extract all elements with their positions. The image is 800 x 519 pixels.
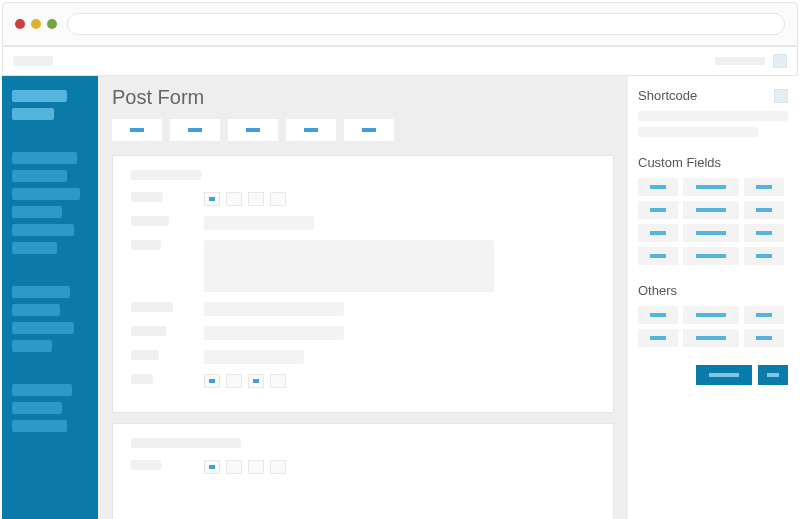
field-label [131,350,159,360]
tab[interactable] [344,119,394,141]
toggle-option[interactable] [226,460,242,474]
tab[interactable] [228,119,278,141]
text-input[interactable] [204,302,344,316]
tab[interactable] [286,119,336,141]
url-bar[interactable] [67,13,785,35]
toggle-group [204,192,595,206]
panel-title-placeholder [131,438,241,448]
field-chip[interactable] [744,247,784,265]
page-title: Post Form [112,86,614,109]
toggle-option[interactable] [248,460,264,474]
tab[interactable] [170,119,220,141]
toggle-option[interactable] [248,192,264,206]
sidebar-item[interactable] [12,286,70,298]
sidebar-item[interactable] [12,322,74,334]
main-content: Post Form [98,76,628,519]
browser-chrome [2,2,798,46]
toolbar-right-placeholder [715,57,765,65]
window-controls [15,19,57,29]
sidebar-item[interactable] [12,170,67,182]
field-chip[interactable] [744,224,784,242]
sidebar-item[interactable] [12,224,74,236]
field-label [131,216,169,226]
field-chip[interactable] [638,224,678,242]
toggle-group [204,374,595,388]
field-label [131,326,166,336]
admin-sidebar [2,76,98,519]
sidebar-item[interactable] [12,242,57,254]
right-sidebar: Shortcode Custom Fields Others [628,76,798,519]
text-input[interactable] [204,216,314,230]
minimize-window-icon[interactable] [31,19,41,29]
sidebar-item[interactable] [12,206,62,218]
maximize-window-icon[interactable] [47,19,57,29]
field-chip[interactable] [744,201,784,219]
toggle-option[interactable] [226,374,242,388]
toggle-option[interactable] [226,192,242,206]
custom-fields-grid [638,178,788,265]
text-input[interactable] [204,350,304,364]
form-panel-2 [112,423,614,519]
field-label [131,240,161,250]
sidebar-item[interactable] [12,384,72,396]
field-chip[interactable] [744,306,784,324]
secondary-button[interactable] [758,365,788,385]
textarea-input[interactable] [204,240,494,292]
toggle-option[interactable] [270,460,286,474]
panel-title-placeholder [131,170,201,180]
field-chip[interactable] [683,329,739,347]
sidebar-item[interactable] [12,152,77,164]
custom-fields-title: Custom Fields [638,155,721,170]
field-label [131,302,173,312]
toggle-option[interactable] [248,374,264,388]
toolbar-placeholder [13,56,53,66]
sidebar-item[interactable] [12,108,54,120]
toggle-group [204,460,595,474]
field-chip[interactable] [683,224,739,242]
shortcode-line [638,111,788,121]
sidebar-item[interactable] [12,188,80,200]
field-label [131,192,163,202]
toggle-option[interactable] [204,460,220,474]
field-label [131,374,153,384]
toggle-option[interactable] [204,374,220,388]
field-chip[interactable] [683,247,739,265]
field-chip[interactable] [683,201,739,219]
tab-row [112,119,614,141]
field-chip[interactable] [638,306,678,324]
sidebar-item[interactable] [12,340,52,352]
field-chip[interactable] [683,178,739,196]
field-label [131,460,161,470]
shortcode-title: Shortcode [638,88,697,103]
tab[interactable] [112,119,162,141]
field-chip[interactable] [638,178,678,196]
sidebar-item[interactable] [12,402,62,414]
close-window-icon[interactable] [15,19,25,29]
shortcode-line [638,127,758,137]
field-chip[interactable] [638,247,678,265]
save-button[interactable] [696,365,752,385]
admin-toolbar [2,46,798,76]
toggle-option[interactable] [204,192,220,206]
section-toggle-icon[interactable] [774,89,788,103]
field-chip[interactable] [683,306,739,324]
sidebar-item[interactable] [12,304,60,316]
toolbar-toggle-icon[interactable] [773,54,787,68]
others-title: Others [638,283,677,298]
field-chip[interactable] [638,201,678,219]
sidebar-item[interactable] [12,90,67,102]
field-chip[interactable] [744,178,784,196]
field-chip[interactable] [638,329,678,347]
others-grid [638,306,788,347]
sidebar-item[interactable] [12,420,67,432]
field-chip[interactable] [744,329,784,347]
toggle-option[interactable] [270,374,286,388]
toggle-option[interactable] [270,192,286,206]
form-panel [112,155,614,413]
text-input[interactable] [204,326,344,340]
